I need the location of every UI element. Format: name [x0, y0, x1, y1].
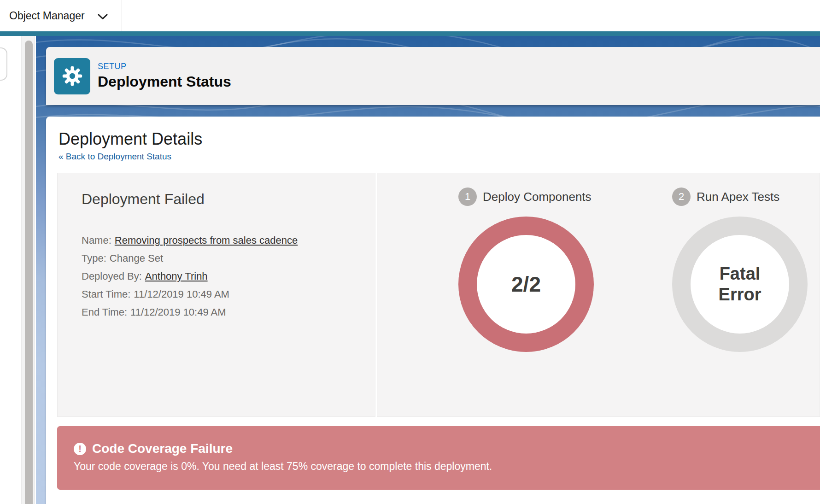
run-apex-tests-progress-ring: Fatal Error	[672, 217, 808, 352]
deployment-steps-panel: 1 Deploy Components 2/2 2 Run Apex Tests	[377, 173, 820, 417]
step-1-badge: 1	[458, 188, 477, 206]
gear-icon	[62, 65, 83, 87]
scrollbar-track[interactable]	[21, 36, 35, 504]
field-name: Name:Removing prospects from sales caden…	[82, 231, 298, 249]
setup-icon-tile	[54, 58, 90, 94]
field-end-time: End Time:11/12/2019 10:49 AM	[82, 303, 298, 321]
error-banner-title: Code Coverage Failure	[92, 441, 233, 456]
step-1-label: Deploy Components	[483, 190, 592, 204]
page-title: Deployment Details	[59, 129, 202, 149]
deploy-components-count: 2/2	[511, 272, 541, 297]
error-icon: !	[74, 443, 86, 455]
field-type-label: Type:	[82, 252, 106, 264]
field-name-label: Name:	[82, 234, 111, 246]
setup-header: SETUP Deployment Status	[46, 47, 820, 105]
tab-object-manager[interactable]: Object Manager	[0, 0, 122, 31]
field-start-time-value: 11/12/2019 10:49 AM	[134, 288, 229, 300]
teal-divider-strip	[0, 31, 820, 36]
field-type-value: Change Set	[110, 252, 163, 264]
deployment-status-title: Deployment Failed	[82, 191, 205, 208]
field-start-time: Start Time:11/12/2019 10:49 AM	[82, 285, 298, 303]
tab-object-manager-label: Object Manager	[9, 10, 85, 22]
run-apex-tests-status: Fatal Error	[708, 264, 772, 305]
field-start-time-label: Start Time:	[82, 288, 130, 300]
screen: Object Manager	[0, 0, 820, 504]
field-type: Type:Change Set	[82, 249, 298, 267]
field-deployed-by-value-link[interactable]: Anthony Trinh	[145, 270, 208, 282]
error-banner: ! Code Coverage Failure Your code covera…	[57, 426, 820, 490]
field-deployed-by: Deployed By:Anthony Trinh	[82, 267, 298, 285]
step-deploy-components: 1 Deploy Components 2/2	[458, 187, 594, 352]
back-link[interactable]: « Back to Deployment Status	[59, 152, 171, 162]
field-deployed-by-label: Deployed By:	[82, 270, 142, 282]
deployment-fields: Name:Removing prospects from sales caden…	[82, 231, 298, 321]
step-2-label: Run Apex Tests	[697, 190, 779, 204]
field-end-time-label: End Time:	[82, 306, 127, 318]
chevron-down-icon	[98, 14, 108, 20]
deploy-components-progress-ring: 2/2	[458, 217, 594, 352]
deployment-panels: Deployment Failed Name:Removing prospect…	[57, 173, 820, 417]
scrollbar-thumb[interactable]	[25, 41, 33, 504]
sidebar-search-box-edge[interactable]	[0, 47, 7, 81]
setup-page-title: Deployment Status	[98, 73, 231, 90]
deployment-info-panel: Deployment Failed Name:Removing prospect…	[57, 173, 375, 417]
content-card: Deployment Details « Back to Deployment …	[46, 117, 820, 504]
step-run-apex-tests: 2 Run Apex Tests Fatal Error	[672, 187, 808, 352]
setup-eyebrow: SETUP	[98, 62, 231, 71]
error-banner-message: Your code coverage is 0%. You need at le…	[74, 460, 820, 473]
field-name-value-link[interactable]: Removing prospects from sales cadence	[115, 234, 298, 246]
top-tab-bar: Object Manager	[0, 0, 820, 31]
field-end-time-value: 11/12/2019 10:49 AM	[130, 306, 226, 318]
step-2-badge: 2	[672, 188, 691, 206]
left-sidebar-remnant	[0, 36, 21, 504]
